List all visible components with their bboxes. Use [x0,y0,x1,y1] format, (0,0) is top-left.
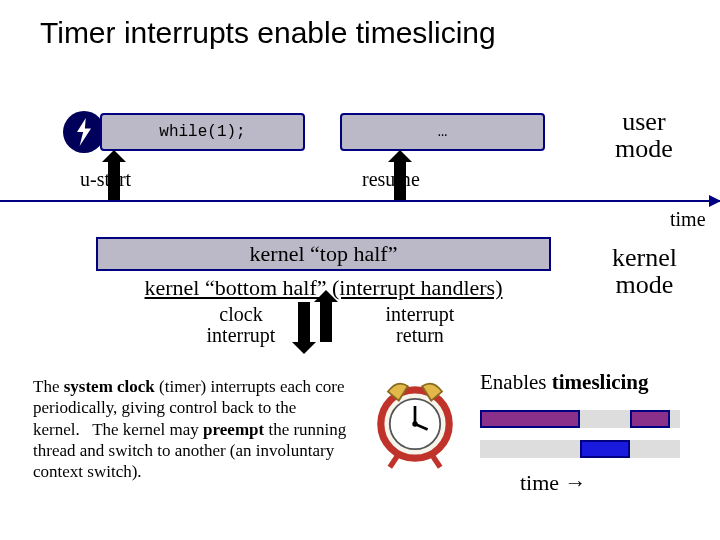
label-u-start: u-start [80,168,131,191]
alarm-clock-icon [370,370,460,480]
label-user-mode: user mode [615,108,673,163]
user-box-continued: … [340,113,545,151]
arrow-ustart-icon [108,162,120,200]
arrow-up-from-handler-icon [320,302,332,342]
label-kernel-mode: kernel mode [612,244,677,299]
time-axis [0,200,720,202]
arrow-down-to-handler-icon [298,302,310,342]
svg-marker-0 [77,118,91,146]
page-title: Timer interrupts enable timeslicing [40,16,496,50]
chart-seg-thread-b-1 [580,440,630,458]
svg-point-5 [412,421,417,426]
label-mini-time: time → [520,470,587,496]
kernel-top-half-box: kernel “top half” [96,237,551,271]
svg-line-6 [390,456,397,467]
label-enables-timeslicing: Enables timeslicing [480,370,649,395]
label-clock-interrupt: clock interrupt [196,304,286,346]
label-resume: resume [362,168,420,191]
chart-seg-thread-a-2 [630,410,670,428]
chart-seg-thread-a-1 [480,410,580,428]
label-time-axis: time [670,208,706,231]
lightning-icon [63,111,105,153]
svg-line-7 [433,456,440,467]
user-box-while: while(1); [100,113,305,151]
label-interrupt-return: interrupt return [370,304,470,346]
description-paragraph: The system clock (timer) interrupts each… [33,376,353,482]
timeslicing-mini-chart: time → [480,400,680,480]
arrow-resume-icon [394,162,406,200]
